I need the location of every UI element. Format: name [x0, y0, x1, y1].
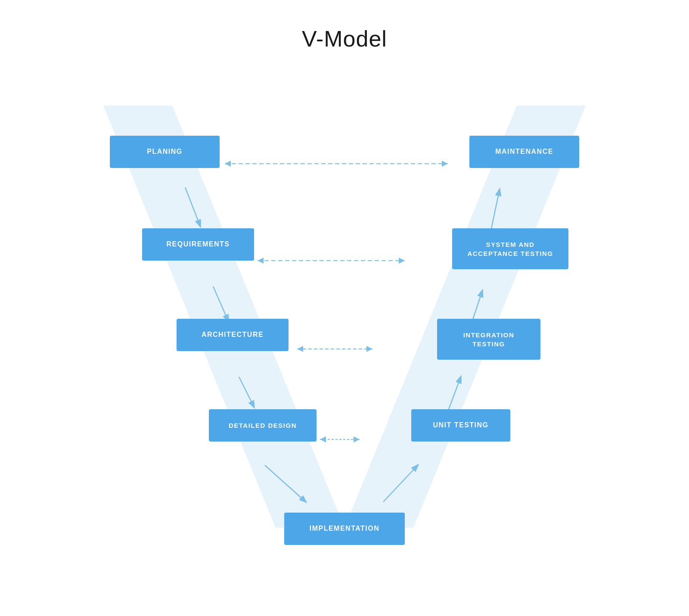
- page-title: V-Model: [302, 26, 387, 52]
- box-requirements: REQUIREMENTS: [142, 228, 254, 261]
- box-integration-testing: INTEGRATIONTESTING: [437, 319, 540, 360]
- svg-marker-1: [344, 106, 586, 528]
- svg-marker-17: [297, 346, 303, 352]
- svg-line-4: [239, 377, 254, 407]
- box-detailed-design: DETAILED DESIGN: [209, 409, 317, 442]
- svg-line-5: [265, 465, 306, 502]
- svg-marker-14: [258, 258, 264, 264]
- svg-marker-15: [399, 258, 405, 264]
- box-maintenance: MAINTENANCE: [469, 136, 579, 168]
- svg-marker-21: [354, 436, 360, 442]
- svg-line-7: [448, 377, 461, 411]
- svg-marker-12: [442, 161, 448, 167]
- svg-line-6: [383, 465, 418, 502]
- box-architecture: ARCHITECTURE: [177, 319, 289, 351]
- svg-line-8: [472, 291, 482, 323]
- svg-marker-11: [225, 161, 231, 167]
- box-unit-testing: UNIT TESTING: [411, 409, 510, 442]
- svg-marker-20: [320, 436, 326, 442]
- svg-line-9: [491, 190, 500, 230]
- v-model-diagram: MAINTENANCE (long) --> SYSTEM AND ACCEPT…: [86, 69, 603, 586]
- box-system-acceptance: SYSTEM ANDACCEPTANCE TESTING: [452, 228, 568, 269]
- svg-marker-18: [366, 346, 372, 352]
- svg-line-3: [213, 286, 228, 321]
- box-planing: PLANING: [110, 136, 220, 168]
- svg-marker-0: [103, 106, 344, 528]
- box-implementation: IMPLEMENTATION: [284, 513, 405, 545]
- svg-line-2: [185, 187, 200, 226]
